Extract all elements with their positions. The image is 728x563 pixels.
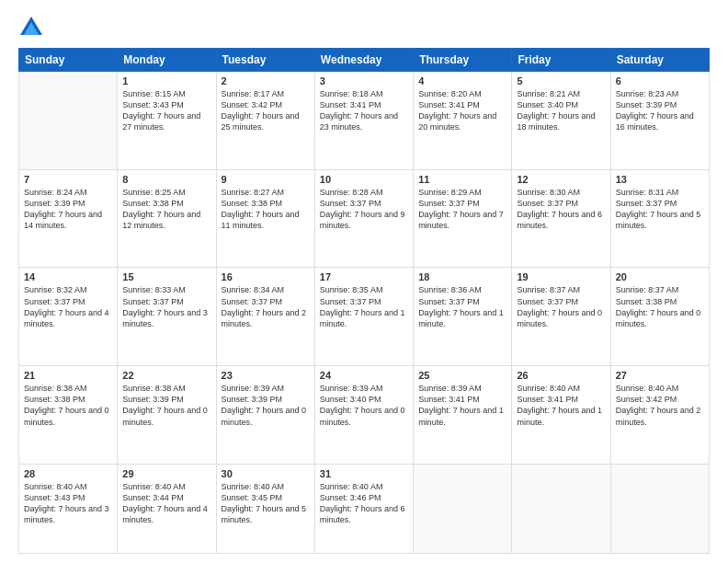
calendar-cell: 20Sunrise: 8:37 AM Sunset: 3:38 PM Dayli… [610,268,709,366]
day-content: Sunrise: 8:20 AM Sunset: 3:41 PM Dayligh… [418,88,506,133]
col-header-tuesday: Tuesday [216,49,314,72]
calendar-cell [19,72,118,170]
col-header-friday: Friday [512,49,610,72]
calendar-cell: 17Sunrise: 8:35 AM Sunset: 3:37 PM Dayli… [314,268,413,366]
day-content: Sunrise: 8:37 AM Sunset: 3:38 PM Dayligh… [616,284,704,329]
day-content: Sunrise: 8:30 AM Sunset: 3:37 PM Dayligh… [517,187,605,232]
day-number: 24 [320,370,408,381]
day-content: Sunrise: 8:38 AM Sunset: 3:38 PM Dayligh… [24,383,112,428]
calendar-cell: 28Sunrise: 8:40 AM Sunset: 3:43 PM Dayli… [19,464,118,553]
day-number: 25 [418,370,506,381]
day-content: Sunrise: 8:38 AM Sunset: 3:39 PM Dayligh… [122,383,210,428]
calendar-cell: 12Sunrise: 8:30 AM Sunset: 3:37 PM Dayli… [512,169,610,268]
day-number: 7 [24,174,112,185]
calendar-cell: 15Sunrise: 8:33 AM Sunset: 3:37 PM Dayli… [118,268,216,366]
day-number: 26 [517,370,605,381]
day-content: Sunrise: 8:28 AM Sunset: 3:37 PM Dayligh… [320,187,408,232]
col-header-saturday: Saturday [610,49,709,72]
calendar-week-3: 21Sunrise: 8:38 AM Sunset: 3:38 PM Dayli… [19,366,710,465]
calendar-cell: 24Sunrise: 8:39 AM Sunset: 3:40 PM Dayli… [314,366,413,465]
header [18,15,710,40]
calendar-cell: 31Sunrise: 8:40 AM Sunset: 3:46 PM Dayli… [314,464,413,553]
calendar-cell: 30Sunrise: 8:40 AM Sunset: 3:45 PM Dayli… [216,464,314,553]
day-content: Sunrise: 8:40 AM Sunset: 3:41 PM Dayligh… [517,383,605,428]
day-content: Sunrise: 8:40 AM Sunset: 3:44 PM Dayligh… [122,481,210,526]
calendar-cell: 9Sunrise: 8:27 AM Sunset: 3:38 PM Daylig… [216,169,314,268]
day-content: Sunrise: 8:29 AM Sunset: 3:37 PM Dayligh… [418,187,506,232]
day-content: Sunrise: 8:39 AM Sunset: 3:40 PM Dayligh… [320,383,408,428]
day-content: Sunrise: 8:34 AM Sunset: 3:37 PM Dayligh… [222,284,310,329]
day-number: 11 [418,174,506,185]
calendar-cell: 7Sunrise: 8:24 AM Sunset: 3:39 PM Daylig… [19,169,118,268]
day-content: Sunrise: 8:31 AM Sunset: 3:37 PM Dayligh… [616,187,704,232]
day-content: Sunrise: 8:15 AM Sunset: 3:43 PM Dayligh… [122,88,210,133]
day-content: Sunrise: 8:17 AM Sunset: 3:42 PM Dayligh… [222,88,310,133]
col-header-wednesday: Wednesday [314,49,413,72]
day-content: Sunrise: 8:35 AM Sunset: 3:37 PM Dayligh… [320,284,408,329]
calendar-cell: 21Sunrise: 8:38 AM Sunset: 3:38 PM Dayli… [19,366,118,465]
day-number: 10 [320,174,408,185]
day-number: 1 [122,75,210,86]
logo [18,15,48,40]
day-number: 17 [320,271,408,282]
day-content: Sunrise: 8:33 AM Sunset: 3:37 PM Dayligh… [122,284,210,329]
calendar-cell: 14Sunrise: 8:32 AM Sunset: 3:37 PM Dayli… [19,268,118,366]
calendar-week-1: 7Sunrise: 8:24 AM Sunset: 3:39 PM Daylig… [19,169,710,268]
calendar-week-2: 14Sunrise: 8:32 AM Sunset: 3:37 PM Dayli… [19,268,710,366]
day-number: 19 [517,271,605,282]
calendar-cell: 27Sunrise: 8:40 AM Sunset: 3:42 PM Dayli… [610,366,709,465]
day-number: 16 [222,271,310,282]
day-number: 18 [418,271,506,282]
day-content: Sunrise: 8:39 AM Sunset: 3:41 PM Dayligh… [418,383,506,428]
day-content: Sunrise: 8:27 AM Sunset: 3:38 PM Dayligh… [222,187,310,232]
calendar-week-0: 1Sunrise: 8:15 AM Sunset: 3:43 PM Daylig… [19,72,710,170]
day-number: 15 [122,271,210,282]
calendar-cell: 1Sunrise: 8:15 AM Sunset: 3:43 PM Daylig… [118,72,216,170]
day-number: 20 [616,271,704,282]
day-number: 13 [616,174,704,185]
day-number: 12 [517,174,605,185]
day-content: Sunrise: 8:39 AM Sunset: 3:39 PM Dayligh… [222,383,310,428]
calendar-cell: 8Sunrise: 8:25 AM Sunset: 3:38 PM Daylig… [118,169,216,268]
day-content: Sunrise: 8:40 AM Sunset: 3:43 PM Dayligh… [24,481,112,526]
day-content: Sunrise: 8:18 AM Sunset: 3:41 PM Dayligh… [320,88,408,133]
day-content: Sunrise: 8:25 AM Sunset: 3:38 PM Dayligh… [122,187,210,232]
day-number: 5 [517,75,605,86]
day-content: Sunrise: 8:37 AM Sunset: 3:37 PM Dayligh… [517,284,605,329]
day-number: 6 [616,75,704,86]
col-header-monday: Monday [118,49,216,72]
day-number: 31 [320,468,408,479]
day-content: Sunrise: 8:32 AM Sunset: 3:37 PM Dayligh… [24,284,112,329]
calendar-cell: 23Sunrise: 8:39 AM Sunset: 3:39 PM Dayli… [216,366,314,465]
calendar-cell: 19Sunrise: 8:37 AM Sunset: 3:37 PM Dayli… [512,268,610,366]
day-number: 2 [222,75,310,86]
day-number: 22 [122,370,210,381]
calendar-cell: 11Sunrise: 8:29 AM Sunset: 3:37 PM Dayli… [414,169,512,268]
day-content: Sunrise: 8:23 AM Sunset: 3:39 PM Dayligh… [616,88,704,133]
day-number: 23 [222,370,310,381]
calendar-cell [512,464,610,553]
day-number: 21 [24,370,112,381]
day-content: Sunrise: 8:40 AM Sunset: 3:42 PM Dayligh… [616,383,704,428]
day-content: Sunrise: 8:36 AM Sunset: 3:37 PM Dayligh… [418,284,506,329]
calendar-header-row: SundayMondayTuesdayWednesdayThursdayFrid… [19,49,710,72]
day-number: 14 [24,271,112,282]
calendar-cell: 29Sunrise: 8:40 AM Sunset: 3:44 PM Dayli… [118,464,216,553]
calendar-table: SundayMondayTuesdayWednesdayThursdayFrid… [18,48,710,554]
calendar-cell: 5Sunrise: 8:21 AM Sunset: 3:40 PM Daylig… [512,72,610,170]
calendar-cell: 6Sunrise: 8:23 AM Sunset: 3:39 PM Daylig… [610,72,709,170]
day-content: Sunrise: 8:40 AM Sunset: 3:46 PM Dayligh… [320,481,408,526]
day-number: 27 [616,370,704,381]
calendar-cell: 18Sunrise: 8:36 AM Sunset: 3:37 PM Dayli… [414,268,512,366]
day-content: Sunrise: 8:24 AM Sunset: 3:39 PM Dayligh… [24,187,112,232]
day-number: 9 [222,174,310,185]
calendar-cell: 10Sunrise: 8:28 AM Sunset: 3:37 PM Dayli… [314,169,413,268]
day-number: 4 [418,75,506,86]
col-header-sunday: Sunday [19,49,118,72]
day-number: 28 [24,468,112,479]
day-number: 8 [122,174,210,185]
calendar-cell: 4Sunrise: 8:20 AM Sunset: 3:41 PM Daylig… [414,72,512,170]
calendar-cell: 2Sunrise: 8:17 AM Sunset: 3:42 PM Daylig… [216,72,314,170]
calendar-week-4: 28Sunrise: 8:40 AM Sunset: 3:43 PM Dayli… [19,464,710,553]
calendar-cell: 26Sunrise: 8:40 AM Sunset: 3:41 PM Dayli… [512,366,610,465]
